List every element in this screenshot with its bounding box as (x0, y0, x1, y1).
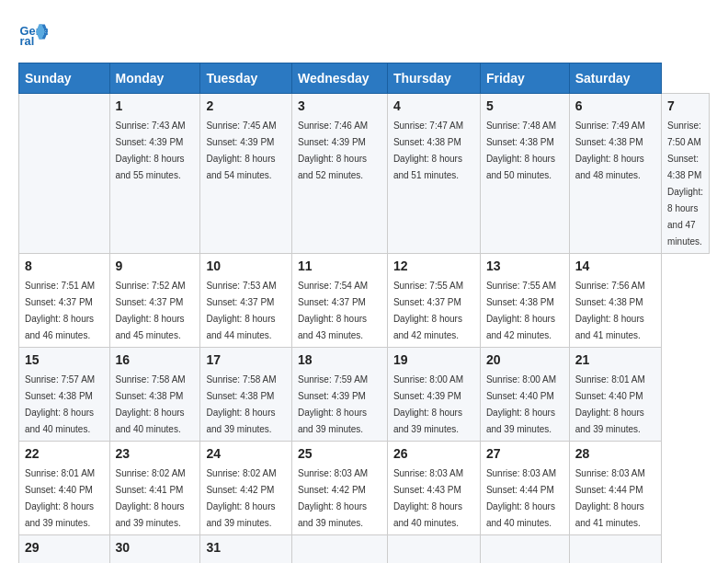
day-number: 20 (486, 352, 563, 367)
calendar-cell: 15 Sunrise: 7:57 AMSunset: 4:38 PMDaylig… (19, 348, 110, 442)
calendar-cell (291, 535, 387, 564)
day-info: Sunrise: 8:02 AMSunset: 4:42 PMDaylight:… (206, 468, 276, 528)
day-number: 27 (486, 446, 563, 461)
day-number: 5 (486, 98, 563, 113)
calendar-cell: 14 Sunrise: 7:56 AMSunset: 4:38 PMDaylig… (569, 254, 661, 348)
day-info: Sunrise: 7:52 AMSunset: 4:37 PMDaylight:… (116, 281, 186, 340)
week-row-4: 22 Sunrise: 8:01 AMSunset: 4:40 PMDaylig… (19, 442, 710, 535)
day-number: 10 (206, 259, 286, 273)
day-info: Sunrise: 7:51 AMSunset: 4:37 PMDaylight:… (25, 281, 95, 340)
calendar-cell (387, 535, 480, 564)
day-number: 7 (667, 98, 703, 113)
day-info: Sunrise: 7:55 AMSunset: 4:37 PMDaylight:… (393, 281, 463, 340)
calendar-cell: 20 Sunrise: 8:00 AMSunset: 4:40 PMDaylig… (480, 348, 569, 442)
calendar-cell: 19 Sunrise: 8:00 AMSunset: 4:39 PMDaylig… (387, 348, 480, 442)
day-info: Sunrise: 7:58 AMSunset: 4:38 PMDaylight:… (206, 374, 276, 434)
day-info: Sunrise: 8:03 AMSunset: 4:44 PMDaylight:… (575, 468, 645, 528)
day-info: Sunrise: 8:03 AMSunset: 4:44 PMDaylight:… (486, 468, 556, 528)
calendar-cell (480, 535, 569, 564)
calendar-cell: 1 Sunrise: 7:43 AMSunset: 4:39 PMDayligh… (109, 94, 200, 254)
week-row-3: 15 Sunrise: 7:57 AMSunset: 4:38 PMDaylig… (19, 348, 710, 442)
page-header: Gene ral (18, 18, 710, 48)
day-info: Sunrise: 8:00 AMSunset: 4:40 PMDaylight:… (486, 374, 556, 434)
calendar-cell: 30 Sunrise: 8:04 AMSunset: 4:46 PMDaylig… (109, 535, 200, 564)
day-header-wednesday: Wednesday (291, 63, 387, 94)
calendar-cell: 31 Sunrise: 8:04 AMSunset: 4:47 PMDaylig… (200, 535, 292, 564)
day-header-thursday: Thursday (387, 63, 480, 94)
day-number: 3 (298, 98, 381, 113)
day-header-saturday: Saturday (569, 63, 661, 94)
day-header-tuesday: Tuesday (200, 63, 292, 94)
week-row-2: 8 Sunrise: 7:51 AMSunset: 4:37 PMDayligh… (19, 254, 710, 348)
week-row-1: 1 Sunrise: 7:43 AMSunset: 4:39 PMDayligh… (19, 94, 710, 254)
calendar-cell: 27 Sunrise: 8:03 AMSunset: 4:44 PMDaylig… (480, 442, 569, 535)
day-info: Sunrise: 7:53 AMSunset: 4:37 PMDaylight:… (206, 281, 276, 340)
day-number: 31 (206, 540, 286, 555)
calendar-cell: 4 Sunrise: 7:47 AMSunset: 4:38 PMDayligh… (387, 94, 480, 254)
day-info: Sunrise: 8:02 AMSunset: 4:41 PMDaylight:… (116, 468, 186, 528)
day-number: 15 (25, 352, 104, 367)
day-number: 25 (298, 446, 381, 461)
header-row: SundayMondayTuesdayWednesdayThursdayFrid… (19, 63, 710, 94)
calendar-cell: 12 Sunrise: 7:55 AMSunset: 4:37 PMDaylig… (387, 254, 480, 348)
calendar-cell: 25 Sunrise: 8:03 AMSunset: 4:42 PMDaylig… (291, 442, 387, 535)
day-info: Sunrise: 8:03 AMSunset: 4:42 PMDaylight:… (298, 468, 368, 528)
day-number: 11 (298, 259, 381, 273)
day-number: 23 (116, 446, 195, 461)
day-header-friday: Friday (480, 63, 569, 94)
day-number: 17 (206, 352, 286, 367)
calendar-cell (569, 535, 661, 564)
day-number: 2 (206, 98, 286, 113)
day-info: Sunrise: 8:01 AMSunset: 4:40 PMDaylight:… (25, 468, 95, 528)
day-number: 19 (393, 352, 474, 367)
calendar-cell: 17 Sunrise: 7:58 AMSunset: 4:38 PMDaylig… (200, 348, 292, 442)
day-info: Sunrise: 7:43 AMSunset: 4:39 PMDaylight:… (116, 121, 186, 180)
calendar-cell: 8 Sunrise: 7:51 AMSunset: 4:37 PMDayligh… (19, 254, 110, 348)
calendar-cell: 26 Sunrise: 8:03 AMSunset: 4:43 PMDaylig… (387, 442, 480, 535)
day-info: Sunrise: 8:00 AMSunset: 4:39 PMDaylight:… (393, 374, 463, 434)
calendar-cell: 6 Sunrise: 7:49 AMSunset: 4:38 PMDayligh… (569, 94, 661, 254)
day-info: Sunrise: 7:57 AMSunset: 4:38 PMDaylight:… (25, 374, 95, 434)
day-info: Sunrise: 7:54 AMSunset: 4:37 PMDaylight:… (298, 281, 368, 340)
day-number: 14 (575, 259, 655, 273)
day-number: 18 (298, 352, 381, 367)
calendar-cell: 28 Sunrise: 8:03 AMSunset: 4:44 PMDaylig… (569, 442, 661, 535)
day-number: 21 (575, 352, 655, 367)
calendar-cell: 29 Sunrise: 8:04 AMSunset: 4:45 PMDaylig… (19, 535, 110, 564)
calendar-cell: 9 Sunrise: 7:52 AMSunset: 4:37 PMDayligh… (109, 254, 200, 348)
svg-text:ral: ral (20, 34, 35, 48)
day-header-sunday: Sunday (19, 63, 110, 94)
calendar-cell: 2 Sunrise: 7:45 AMSunset: 4:39 PMDayligh… (200, 94, 292, 254)
day-number: 8 (25, 259, 104, 273)
calendar-cell (19, 94, 110, 254)
day-number: 13 (486, 259, 563, 273)
day-info: Sunrise: 8:01 AMSunset: 4:40 PMDaylight:… (575, 374, 645, 434)
calendar-cell: 18 Sunrise: 7:59 AMSunset: 4:39 PMDaylig… (291, 348, 387, 442)
day-info: Sunrise: 7:45 AMSunset: 4:39 PMDaylight:… (206, 121, 276, 180)
day-info: Sunrise: 7:59 AMSunset: 4:39 PMDaylight:… (298, 374, 368, 434)
calendar-cell: 23 Sunrise: 8:02 AMSunset: 4:41 PMDaylig… (109, 442, 200, 535)
calendar-cell: 3 Sunrise: 7:46 AMSunset: 4:39 PMDayligh… (291, 94, 387, 254)
logo: Gene ral (18, 18, 51, 48)
calendar-cell: 22 Sunrise: 8:01 AMSunset: 4:40 PMDaylig… (19, 442, 110, 535)
day-number: 26 (393, 446, 474, 461)
calendar-cell: 16 Sunrise: 7:58 AMSunset: 4:38 PMDaylig… (109, 348, 200, 442)
day-number: 28 (575, 446, 655, 461)
day-info: Sunrise: 7:50 AMSunset: 4:38 PMDaylight:… (667, 121, 703, 247)
day-number: 24 (206, 446, 286, 461)
day-info: Sunrise: 7:56 AMSunset: 4:38 PMDaylight:… (575, 281, 645, 340)
calendar-cell: 5 Sunrise: 7:48 AMSunset: 4:38 PMDayligh… (480, 94, 569, 254)
day-number: 12 (393, 259, 474, 273)
day-info: Sunrise: 7:46 AMSunset: 4:39 PMDaylight:… (298, 121, 368, 180)
calendar-cell: 21 Sunrise: 8:01 AMSunset: 4:40 PMDaylig… (569, 348, 661, 442)
calendar-table: SundayMondayTuesdayWednesdayThursdayFrid… (18, 63, 710, 563)
calendar-cell: 24 Sunrise: 8:02 AMSunset: 4:42 PMDaylig… (200, 442, 292, 535)
day-info: Sunrise: 7:48 AMSunset: 4:38 PMDaylight:… (486, 121, 556, 180)
day-number: 30 (116, 540, 195, 555)
day-number: 16 (116, 352, 195, 367)
calendar-cell: 7 Sunrise: 7:50 AMSunset: 4:38 PMDayligh… (662, 94, 710, 254)
day-info: Sunrise: 8:03 AMSunset: 4:43 PMDaylight:… (393, 468, 463, 528)
calendar-cell: 11 Sunrise: 7:54 AMSunset: 4:37 PMDaylig… (291, 254, 387, 348)
day-number: 4 (393, 98, 474, 113)
day-info: Sunrise: 7:58 AMSunset: 4:38 PMDaylight:… (116, 374, 186, 434)
